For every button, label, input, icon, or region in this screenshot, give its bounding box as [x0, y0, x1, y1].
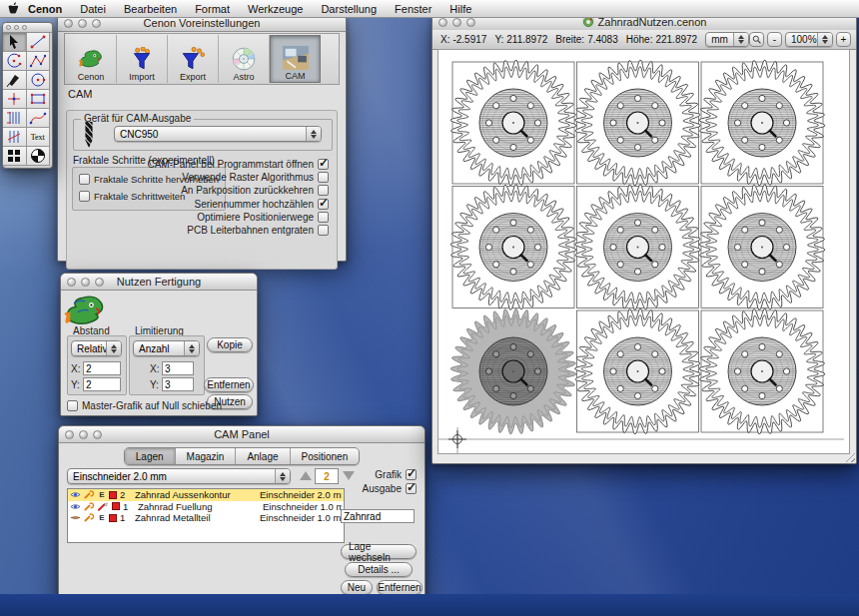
- tab-lagen[interactable]: Lagen: [125, 448, 176, 464]
- zoom-in-button[interactable]: +: [836, 32, 851, 47]
- park-position-checkbox[interactable]: [318, 185, 329, 196]
- fractal-highlight-checkbox[interactable]: [79, 174, 90, 185]
- close-button[interactable]: [67, 278, 76, 287]
- palette-close-button[interactable]: [6, 25, 11, 30]
- tab-positionen[interactable]: Positionen: [291, 448, 360, 464]
- eye-closed-icon[interactable]: [70, 513, 81, 522]
- minimize-button[interactable]: [452, 18, 461, 27]
- tool-line[interactable]: [27, 33, 51, 52]
- tool-web[interactable]: [27, 147, 51, 166]
- layer-color-swatch[interactable]: [109, 514, 117, 522]
- step-down-button[interactable]: [343, 471, 355, 480]
- abstand-x-field[interactable]: [83, 361, 121, 375]
- zoom-popup[interactable]: 100%: [785, 32, 833, 47]
- tool-select[interactable]: [3, 33, 27, 52]
- close-button[interactable]: [65, 430, 74, 439]
- ausgabe-checkbox[interactable]: [406, 483, 417, 494]
- zoom-button[interactable]: [92, 19, 101, 28]
- menu-item-app[interactable]: Cenon: [19, 3, 71, 15]
- raster-algorithm-checkbox[interactable]: [318, 172, 329, 183]
- optimize-paths-checkbox[interactable]: [318, 212, 329, 223]
- tool-step-hatch[interactable]: [3, 128, 27, 147]
- tab-magazin[interactable]: Magazin: [176, 448, 237, 464]
- wrench-icon[interactable]: [84, 490, 95, 499]
- menu-item-fenster[interactable]: Fenster: [386, 3, 440, 15]
- layer-type-badge[interactable]: E: [98, 513, 106, 522]
- menu-item-werkzeuge[interactable]: Werkzeuge: [239, 3, 312, 15]
- brush-icon[interactable]: [98, 502, 109, 511]
- zoom-button[interactable]: [95, 278, 104, 287]
- tool-rectangle[interactable]: [27, 90, 51, 109]
- menu-item-format[interactable]: Format: [186, 3, 239, 15]
- neu-button[interactable]: Neu: [341, 580, 373, 595]
- layer-color-swatch[interactable]: [112, 502, 120, 510]
- close-button[interactable]: [438, 18, 447, 27]
- layer-name-field[interactable]: [341, 509, 415, 523]
- tool-circle[interactable]: [27, 71, 51, 90]
- kopie-button[interactable]: Kopie: [207, 337, 253, 352]
- tool-spline[interactable]: [27, 109, 51, 128]
- minimize-button[interactable]: [81, 278, 90, 287]
- apple-menu[interactable]: [8, 2, 19, 15]
- zoom-button[interactable]: [466, 18, 475, 27]
- zoom-button[interactable]: [93, 430, 102, 439]
- minimize-button[interactable]: [78, 19, 87, 28]
- pcb-deburr-checkbox[interactable]: [318, 225, 329, 236]
- tool-arc[interactable]: [3, 52, 27, 71]
- layer-row[interactable]: E 1 Zahnrad Metallteil Einschneider 1.0 …: [68, 512, 344, 524]
- layer-type-badge[interactable]: E: [98, 490, 106, 499]
- fractal-stepwidth-checkbox[interactable]: [79, 191, 90, 202]
- entfernen-button[interactable]: Entfernen: [377, 580, 423, 595]
- menu-item-bearbeiten[interactable]: Bearbeiten: [115, 3, 186, 15]
- tool-text[interactable]: Text: [27, 128, 51, 147]
- palette-zoom-button[interactable]: [22, 25, 27, 30]
- master-null-checkbox[interactable]: [67, 400, 78, 411]
- eye-open-icon[interactable]: [70, 502, 81, 511]
- palette-minimize-button[interactable]: [14, 25, 19, 30]
- tool-marker[interactable]: [3, 90, 27, 109]
- wrench-icon[interactable]: [84, 513, 95, 522]
- close-button[interactable]: [64, 19, 73, 28]
- prefs-tab-import[interactable]: Import: [117, 35, 168, 83]
- menu-item-datei[interactable]: Datei: [71, 3, 115, 15]
- details-button[interactable]: Details ...: [345, 562, 413, 577]
- entfernen-button[interactable]: Entfernen: [204, 377, 254, 392]
- drawing-canvas[interactable]: [437, 49, 850, 454]
- tool-popup[interactable]: Einschneider 2.0 mm: [67, 468, 291, 484]
- prefs-tab-cenon[interactable]: Cenon: [66, 35, 117, 83]
- abstand-mode-popup[interactable]: Relativ: [71, 340, 122, 356]
- open-campanel-checkbox[interactable]: [318, 159, 329, 170]
- menu-item-darstellung[interactable]: Darstellung: [312, 3, 386, 15]
- layer-count-field[interactable]: [315, 468, 339, 484]
- zoom-out-button[interactable]: -: [767, 32, 782, 47]
- layer-row[interactable]: E 2 Zahnrad Aussenkontur Einschneider 2.…: [68, 489, 344, 501]
- unit-popup[interactable]: mm: [705, 32, 749, 47]
- layer-row[interactable]: 1 Zahnrad Fuellung Einschneider 1.0 mm: [68, 501, 344, 513]
- eye-open-icon[interactable]: [70, 490, 81, 499]
- section-heading: CAM: [68, 88, 92, 100]
- prefs-tab-export[interactable]: Export: [168, 35, 219, 83]
- serial-number-checkbox[interactable]: [318, 199, 329, 210]
- grafik-checkbox[interactable]: [406, 469, 417, 480]
- tool-blocks[interactable]: [3, 147, 27, 166]
- menu-item-hilfe[interactable]: Hilfe: [440, 3, 480, 15]
- prefs-tab-astro[interactable]: Astro: [219, 35, 270, 83]
- step-up-button[interactable]: [300, 471, 312, 480]
- tool-polyline[interactable]: [27, 52, 51, 71]
- layer-color-swatch[interactable]: [109, 491, 117, 499]
- limit-mode-popup[interactable]: Anzahl: [133, 340, 200, 356]
- limit-x-field[interactable]: [162, 361, 194, 375]
- tab-anlage[interactable]: Anlage: [236, 448, 290, 464]
- prefs-tab-cam[interactable]: CAM: [270, 35, 321, 83]
- wrench-icon[interactable]: [84, 502, 95, 511]
- tool-palette-titlebar[interactable]: [3, 23, 52, 33]
- lage-wechseln-button[interactable]: Lage wechseln: [341, 544, 417, 559]
- tool-knife[interactable]: [3, 71, 27, 90]
- limit-y-field[interactable]: [162, 377, 194, 391]
- magnify-button[interactable]: [749, 32, 764, 47]
- minimize-button[interactable]: [79, 430, 88, 439]
- device-popup[interactable]: CNC950: [114, 126, 322, 142]
- abstand-y-field[interactable]: [83, 377, 121, 391]
- cam-panel-titlebar[interactable]: CAM Panel: [59, 426, 425, 443]
- tool-hatch[interactable]: [3, 109, 27, 128]
